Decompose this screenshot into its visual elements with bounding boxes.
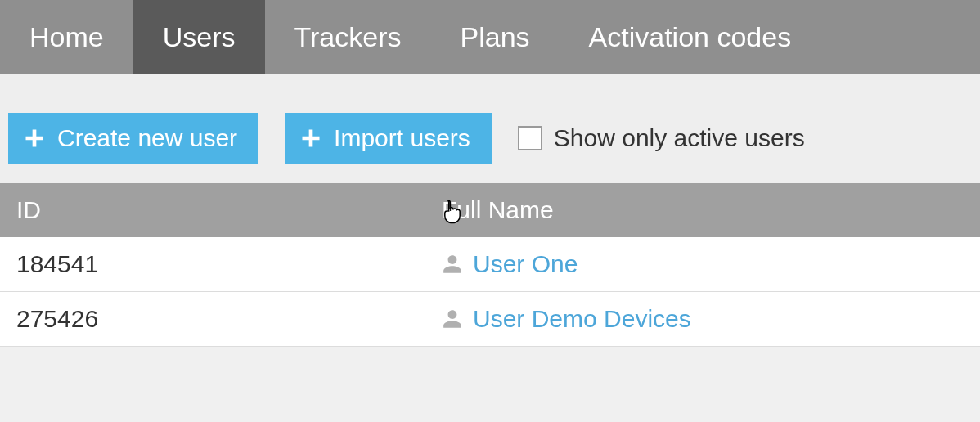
users-table: ID Full Name 184541 User One 275426 User…: [0, 183, 980, 347]
checkbox-box: [518, 126, 542, 150]
create-user-button[interactable]: Create new user: [8, 113, 258, 164]
nav-item-plans[interactable]: Plans: [430, 0, 559, 74]
show-active-label: Show only active users: [554, 124, 805, 152]
cell-id: 184541: [0, 237, 425, 291]
show-active-checkbox[interactable]: Show only active users: [518, 124, 805, 152]
cell-name: User One: [425, 237, 980, 291]
nav-item-home[interactable]: Home: [0, 0, 133, 74]
nav-item-activation-codes[interactable]: Activation codes: [560, 0, 821, 74]
import-users-button[interactable]: Import users: [285, 113, 492, 164]
nav-item-trackers[interactable]: Trackers: [265, 0, 431, 74]
toolbar-area: Create new user Import users Show only a…: [0, 74, 980, 183]
plus-icon: [23, 127, 46, 150]
plus-icon: [299, 127, 322, 150]
user-icon: [442, 308, 463, 330]
user-link[interactable]: User One: [473, 250, 578, 278]
user-link[interactable]: User Demo Devices: [473, 305, 691, 333]
toolbar: Create new user Import users Show only a…: [8, 113, 972, 164]
nav-item-users[interactable]: Users: [133, 0, 265, 74]
cell-name: User Demo Devices: [425, 292, 980, 346]
table-row: 275426 User Demo Devices: [0, 292, 980, 347]
user-icon: [442, 254, 463, 275]
top-nav: Home Users Trackers Plans Activation cod…: [0, 0, 980, 74]
import-users-label: Import users: [334, 124, 470, 152]
table-row: 184541 User One: [0, 237, 980, 292]
create-user-label: Create new user: [57, 124, 237, 152]
table-header: ID Full Name: [0, 183, 980, 237]
column-header-name[interactable]: Full Name: [425, 183, 980, 237]
cell-id: 275426: [0, 292, 425, 346]
column-header-id[interactable]: ID: [0, 183, 425, 237]
